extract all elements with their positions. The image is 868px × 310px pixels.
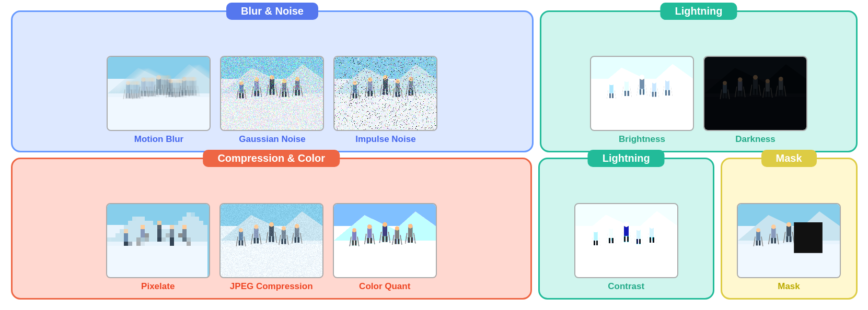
- mask-caption: Mask: [778, 281, 800, 292]
- lightning-top-images: Brightness Darkness: [550, 56, 847, 145]
- gaussian-noise-box: [220, 56, 324, 131]
- main-container: Blur & Noise Motion Blur Gaussian Noise: [6, 5, 863, 305]
- compression-images: Pixelate JPEG Compression Color Quant: [21, 203, 522, 292]
- contrast-item: Contrast: [574, 203, 678, 292]
- pixelate-item: Pixelate: [106, 203, 210, 292]
- brightness-caption: Brightness: [619, 134, 665, 145]
- blur-noise-label: Blur & Noise: [226, 3, 318, 20]
- pixelate-caption: Pixelate: [141, 281, 175, 292]
- gaussian-noise-item: Gaussian Noise: [220, 56, 324, 145]
- mask-label: Mask: [761, 150, 817, 167]
- impulse-noise-box: [333, 56, 437, 131]
- jpeg-box: [219, 203, 323, 278]
- lightning-top-panel: Lightning Brightness Darkness: [540, 10, 857, 152]
- blur-noise-panel: Blur & Noise Motion Blur Gaussian Noise: [11, 10, 534, 152]
- compression-label: Compression & Color: [203, 150, 340, 167]
- darkness-item: Darkness: [703, 56, 807, 145]
- mask-box: [737, 203, 841, 278]
- top-row: Blur & Noise Motion Blur Gaussian Noise: [11, 10, 858, 152]
- impulse-noise-item: Impulse Noise: [333, 56, 437, 145]
- color-quant-box: [333, 203, 437, 278]
- gaussian-noise-caption: Gaussian Noise: [239, 134, 306, 145]
- lightning-bottom-panel: Lightning Contrast: [538, 158, 714, 300]
- color-quant-caption: Color Quant: [359, 281, 410, 292]
- lightning-top-label: Lightning: [660, 3, 737, 20]
- motion-blur-box: [107, 56, 211, 131]
- mask-panel: Mask Mask: [721, 158, 858, 300]
- bottom-right: Lightning Contrast Mask: [538, 158, 858, 300]
- contrast-caption: Contrast: [608, 281, 644, 292]
- bottom-row: Compression & Color Pixelate JPEG Compre…: [11, 158, 858, 300]
- blur-noise-images: Motion Blur Gaussian Noise Impulse Noise: [21, 56, 524, 145]
- mask-images: Mask: [731, 203, 848, 292]
- lightning-bottom-label: Lightning: [588, 150, 665, 167]
- jpeg-caption: JPEG Compression: [230, 281, 313, 292]
- motion-blur-item: Motion Blur: [107, 56, 211, 145]
- brightness-item: Brightness: [590, 56, 694, 145]
- compression-panel: Compression & Color Pixelate JPEG Compre…: [11, 158, 532, 300]
- brightness-box: [590, 56, 694, 131]
- darkness-caption: Darkness: [735, 134, 776, 145]
- impulse-noise-caption: Impulse Noise: [355, 134, 415, 145]
- pixelate-box: [106, 203, 210, 278]
- mask-item: Mask: [737, 203, 841, 292]
- jpeg-item: JPEG Compression: [219, 203, 323, 292]
- color-quant-item: Color Quant: [333, 203, 437, 292]
- contrast-box: [574, 203, 678, 278]
- darkness-box: [703, 56, 807, 131]
- motion-blur-caption: Motion Blur: [134, 134, 183, 145]
- lightning-bottom-images: Contrast: [548, 203, 704, 292]
